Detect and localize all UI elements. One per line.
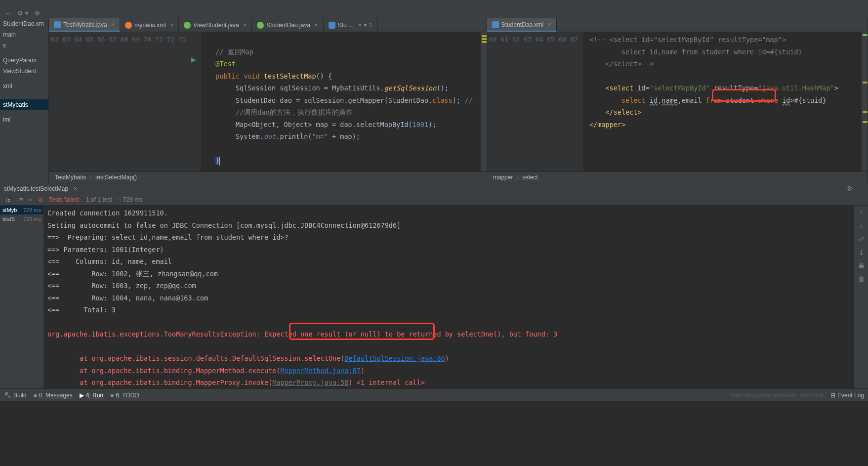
tab-label: StudentDao.xml	[501, 21, 543, 28]
close-icon[interactable]: ×	[243, 21, 247, 29]
tab-stu[interactable]: Stu …× ▾ 1	[324, 18, 378, 32]
gear-icon[interactable]: ⚙ ▾	[17, 9, 29, 17]
log-line: ==> Parameters: 1001(Integer)	[47, 246, 164, 254]
comment: //	[464, 96, 472, 104]
close-icon[interactable]: ×	[314, 21, 318, 29]
code: StudentDao dao = sqlSession.getMapper(St…	[236, 96, 432, 104]
console-output[interactable]: Created connection 1629911510. Setting a…	[43, 206, 854, 388]
source-link[interactable]: MapperMethod.java:87	[280, 367, 361, 375]
gear-icon[interactable]: ⚙	[847, 185, 853, 192]
crumb[interactable]: mapper	[493, 174, 513, 181]
source-link[interactable]: MapperProxy.java:58	[272, 379, 348, 386]
tree-item[interactable]: main	[0, 29, 48, 40]
breadcrumb-right[interactable]: mapperselect	[487, 171, 868, 183]
error-stripe[interactable]	[481, 32, 487, 171]
code: + map);	[328, 132, 360, 140]
comment: select id,name from student where id=#{s…	[621, 48, 802, 56]
close-icon[interactable]: ×	[547, 21, 551, 28]
method-name: testSelectMap	[264, 72, 316, 80]
code-area-left[interactable]: 62 63 64 65 66 67 68 69 70 71 72 73 ▶ //…	[49, 32, 487, 171]
compass-icon[interactable]: ⊕	[35, 9, 40, 17]
tree-item[interactable]	[0, 110, 48, 114]
xml-value: "selectMapById"	[650, 84, 710, 92]
tab-studentdao-xml[interactable]: StudentDao.xml×	[487, 18, 557, 32]
fail-icon: ⊘	[38, 196, 43, 203]
tree-item[interactable]: iml	[0, 114, 48, 125]
code: ();	[436, 84, 448, 92]
wrap-icon[interactable]: ⇄	[859, 235, 864, 243]
trash-icon[interactable]: 🗑	[858, 275, 865, 283]
tree-item[interactable]: QueryParam	[0, 55, 48, 66]
test-status-fail: Tests failed:	[49, 196, 80, 203]
tab-label: ViewStudent.java	[193, 22, 239, 29]
comment: //调用dao的方法，执行数据库的操作	[236, 108, 353, 116]
test-toolbar: ↓₂ ↓≡ » ⊘ Tests failed: 1 of 1 test – 72…	[0, 194, 868, 206]
up-icon[interactable]: ↑	[860, 209, 863, 216]
close-icon[interactable]: × ▾ 1	[358, 21, 372, 29]
code-text[interactable]: // 返回Map @Test public void testSelectMap…	[201, 32, 481, 171]
test-node[interactable]: stMyb728 ms	[0, 206, 43, 214]
run-tab[interactable]: stMybatis.testSelectMap	[4, 185, 68, 192]
red-highlight-box	[712, 89, 776, 102]
test-node[interactable]: testS728 ms	[0, 214, 43, 223]
more-icon[interactable]: »	[29, 196, 32, 203]
down-icon[interactable]: ↓	[860, 222, 863, 229]
stacktrace: )	[361, 367, 365, 375]
tab-label: mybatis.xml	[134, 22, 165, 29]
code-text[interactable]: <!-- <select id="selectMapById" resultTy…	[583, 32, 862, 171]
tab-mybatis-xml[interactable]: mybatis.xml×	[120, 18, 179, 32]
back-icon[interactable]: ←	[5, 9, 11, 17]
log-line: <== Columns: id, name, email	[47, 257, 172, 265]
run-toolwindow[interactable]: ▶4: Run	[80, 392, 103, 399]
messages-toolwindow[interactable]: ≡0: Messages	[34, 392, 73, 399]
code-area-right[interactable]: 60 61 62 63 64 65 66 67 <!-- <select id=…	[487, 32, 868, 171]
breadcrumb-left[interactable]: TestMybatistestSelectMap()	[49, 171, 487, 183]
sort-icon[interactable]: ↓₂	[5, 196, 10, 203]
crumb[interactable]: testSelectMap()	[86, 174, 137, 181]
build-toolwindow[interactable]: 🔨Build	[4, 392, 27, 399]
log-line: <== Row: 1003, zep, zep@qq.com	[47, 282, 196, 290]
main-split: StudentDao.xm main s QueryParam ViewStud…	[0, 18, 868, 183]
tab-label: TestMybatis.java	[63, 21, 107, 28]
todo-toolwindow[interactable]: ≡6: TODO	[110, 392, 139, 399]
tab-studentdao-java[interactable]: StudentDao.java×	[252, 18, 323, 32]
tab-viewstudent[interactable]: ViewStudent.java×	[179, 18, 252, 32]
print-icon[interactable]: 🖶	[858, 262, 865, 269]
tree-item[interactable]: s	[0, 40, 48, 51]
gutter-markers[interactable]: ▶	[191, 32, 201, 171]
tab-testmybatis[interactable]: TestMybatis.java×	[49, 18, 120, 32]
source-link[interactable]: DefaultSqlSession.java:80	[344, 354, 445, 362]
crumb[interactable]: TestMybatis	[55, 174, 86, 181]
tree-item[interactable]	[0, 95, 48, 99]
test-tree[interactable]: stMyb728 ms testS728 ms	[0, 206, 43, 388]
tree-item[interactable]	[0, 51, 48, 55]
tree-item[interactable]	[0, 77, 48, 81]
close-icon[interactable]: ×	[170, 21, 174, 29]
log-line: <== Row: 1004, nana, nana@163.com	[47, 294, 208, 302]
xml-attr: id=	[637, 84, 649, 92]
log-line: Created connection 1629911510.	[47, 209, 168, 217]
status-bar: 🔨Build ≡0: Messages ▶4: Run ≡6: TODO htt…	[0, 388, 868, 401]
keyword: void	[244, 72, 260, 80]
run-gutter-icon[interactable]: ▶	[191, 56, 196, 63]
sql-param: #{stuid}	[794, 96, 827, 104]
log-line: <== Row: 1002, 张三, zhangsan@qq,com	[47, 270, 218, 278]
sort-icon[interactable]: ↓≡	[16, 196, 23, 203]
tree-item[interactable]: StudentDao.xm	[0, 18, 48, 29]
project-tree[interactable]: StudentDao.xm main s QueryParam ViewStud…	[0, 18, 49, 183]
minimize-icon[interactable]: ―	[858, 185, 864, 192]
caret	[219, 157, 220, 166]
tree-item[interactable]	[0, 91, 48, 95]
error-stripe[interactable]	[862, 32, 868, 171]
scroll-icon[interactable]: ⤓	[859, 249, 864, 256]
red-highlight-box-console	[289, 323, 435, 340]
tree-item[interactable]: ViewStudent	[0, 66, 48, 77]
play-icon: ▶	[80, 392, 84, 399]
editor-left: TestMybatis.java× mybatis.xml× ViewStude…	[49, 18, 487, 183]
event-log[interactable]: ⊟Event Log	[830, 392, 864, 399]
tree-item[interactable]: stMybatis	[0, 99, 48, 110]
close-icon[interactable]: ×	[74, 185, 78, 192]
close-icon[interactable]: ×	[111, 21, 115, 28]
tree-item[interactable]: xml	[0, 81, 48, 91]
crumb[interactable]: select	[513, 174, 537, 181]
